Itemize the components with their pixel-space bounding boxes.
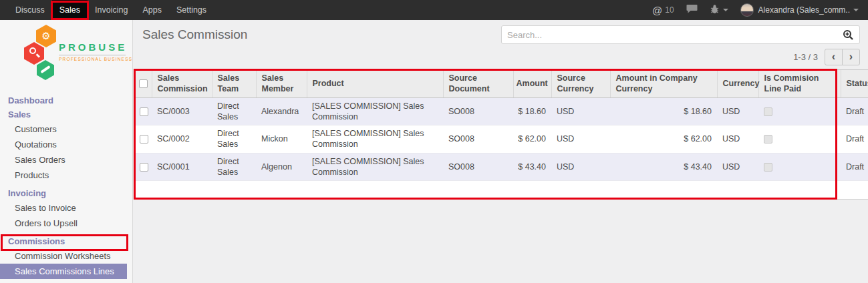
- sidebar-item-sales-commissions-lines[interactable]: Sales Commissions Lines: [0, 264, 127, 279]
- pager-previous-button[interactable]: ‹: [825, 49, 843, 65]
- sidebar-item-orders-to-upsell[interactable]: Orders to Upsell: [0, 216, 132, 231]
- cell-sales-member: Mickon: [256, 125, 307, 154]
- pager-range: 1-3 / 3: [793, 52, 818, 62]
- search-magnifier-icon[interactable]: [843, 29, 854, 41]
- paid-checkbox: [764, 135, 772, 144]
- commission-lines-table: Sales Commission Sales Team Sales Member…: [136, 69, 868, 200]
- cell-source-document: SO008: [443, 97, 513, 125]
- table-row[interactable]: SC/0001 Direct Sales Algenon [SALES COMM…: [136, 153, 868, 181]
- tool-hexagon-icon: [37, 60, 54, 80]
- cell-sales-team: Direct Sales: [212, 97, 256, 125]
- page-title: Sales Commission: [142, 27, 247, 42]
- chat-bubble-icon: [686, 4, 698, 16]
- table-row[interactable]: SC/0002 Direct Sales Mickon [SALES COMMI…: [136, 125, 868, 154]
- sidebar-heading-invoicing: Invoicing: [0, 186, 132, 200]
- sidebar-item-products[interactable]: Products: [0, 168, 132, 183]
- column-amount-company-currency[interactable]: Amount in Company Currency: [610, 70, 717, 98]
- column-amount[interactable]: Amount: [513, 70, 551, 98]
- at-sign-icon: @: [652, 5, 662, 16]
- sidebar-heading-sales: Sales: [0, 107, 132, 121]
- column-source-currency[interactable]: Source Currency: [551, 70, 610, 98]
- user-menu[interactable]: Alexandra (Sales_comm..: [740, 3, 859, 17]
- cell-product: [SALES COMMISSION] Sales Commission: [307, 97, 443, 125]
- menu-apps[interactable]: Apps: [135, 0, 169, 20]
- search-box: [501, 25, 860, 44]
- cell-status: Draft: [841, 125, 868, 154]
- column-source-document[interactable]: Source Document: [443, 70, 513, 98]
- cell-product: [SALES COMMISSION] Sales Commission: [307, 125, 443, 154]
- row-checkbox[interactable]: [140, 135, 148, 144]
- app-menus: Discuss Sales Invoicing Apps Settings: [0, 0, 214, 20]
- select-all-checkbox[interactable]: [139, 79, 148, 88]
- cell-source-currency: USD: [551, 97, 610, 125]
- cell-sales-team: Direct Sales: [212, 125, 256, 154]
- topbar-right-cluster: @ 10 Alexandra (Sales_comm..: [640, 3, 868, 17]
- cell-currency: USD: [717, 153, 758, 181]
- column-currency[interactable]: Currency: [717, 70, 758, 98]
- empty-table-row: [136, 181, 868, 199]
- menu-invoicing[interactable]: Invoicing: [88, 0, 135, 20]
- row-checkbox[interactable]: [140, 163, 148, 172]
- column-is-commission-line-paid[interactable]: Is Commision Line Paid: [758, 70, 841, 98]
- column-status[interactable]: Status: [841, 70, 868, 98]
- sidebar-item-commission-worksheets[interactable]: Commission Worksheets: [0, 248, 132, 264]
- cell-amount-company-currency: $ 43.40: [610, 153, 717, 181]
- menu-settings[interactable]: Settings: [169, 0, 214, 20]
- sidebar-nav: Dashboard Sales Customers Quotations Sal…: [0, 81, 132, 283]
- menu-discuss[interactable]: Discuss: [8, 0, 52, 20]
- menu-sales[interactable]: Sales: [52, 0, 88, 20]
- magnifier-hexagon-icon: [24, 42, 44, 65]
- mentions-counter[interactable]: @ 10: [652, 5, 674, 16]
- sidebar-item-sales-orders[interactable]: Sales Orders: [0, 152, 132, 168]
- avatar: [740, 3, 754, 17]
- logo-subtitle: PROFESSIONAL BUSINESS: [59, 55, 126, 61]
- paid-checkbox: [764, 163, 772, 172]
- probuse-logo: ⚙ PROBUSE PROFESSIONAL BUSINESS: [0, 20, 132, 81]
- pager-next-button[interactable]: ›: [842, 49, 860, 65]
- bug-icon: [710, 4, 720, 17]
- caret-down-icon: [853, 9, 859, 11]
- mention-count: 10: [665, 5, 674, 15]
- cell-currency: USD: [717, 97, 758, 125]
- cell-sales-commission: SC/0003: [152, 97, 212, 125]
- cell-status: Draft: [841, 153, 868, 181]
- sidebar: ⚙ PROBUSE PROFESSIONAL BUSINESS Dashboar…: [0, 20, 133, 283]
- messages-button[interactable]: [686, 4, 698, 16]
- cell-amount: $ 62.00: [513, 125, 551, 154]
- column-sales-commission[interactable]: Sales Commission: [152, 70, 212, 98]
- sidebar-heading-dashboard: Dashboard: [0, 93, 132, 107]
- table-row[interactable]: SC/0003 Direct Sales Alexandra [SALES CO…: [136, 97, 868, 125]
- column-sales-team[interactable]: Sales Team: [212, 70, 256, 98]
- cell-amount: $ 43.40: [513, 153, 551, 181]
- row-checkbox[interactable]: [140, 107, 148, 116]
- cell-amount-company-currency: $ 62.00: [610, 125, 717, 154]
- cell-amount-company-currency: $ 18.60: [610, 97, 717, 125]
- menu-sales-label: Sales: [59, 5, 80, 15]
- debug-menu-button[interactable]: [710, 4, 728, 17]
- main-content: Sales Commission 1-3 / 3 ‹ ›: [134, 20, 868, 283]
- cell-source-currency: USD: [551, 125, 610, 154]
- table-header-row: Sales Commission Sales Team Sales Member…: [136, 70, 868, 98]
- cell-currency: USD: [717, 125, 758, 154]
- sidebar-item-sales-to-invoice[interactable]: Sales to Invoice: [0, 200, 132, 216]
- cell-sales-member: Alexandra: [256, 97, 307, 125]
- cell-sales-commission: SC/0002: [152, 125, 212, 154]
- cell-product: [SALES COMMISSION] Sales Commission: [307, 153, 443, 181]
- cell-status: Draft: [841, 97, 868, 125]
- gear-hexagon-icon: ⚙: [36, 25, 56, 47]
- paid-checkbox: [764, 107, 772, 116]
- column-sales-member[interactable]: Sales Member: [256, 70, 307, 98]
- search-input[interactable]: [502, 30, 843, 40]
- column-product[interactable]: Product: [307, 70, 443, 98]
- sidebar-item-quotations[interactable]: Quotations: [0, 137, 132, 152]
- cell-sales-member: Algenon: [256, 153, 307, 181]
- cell-amount: $ 18.60: [513, 97, 551, 125]
- sidebar-heading-commissions: Commissions: [0, 234, 132, 248]
- sidebar-item-customers[interactable]: Customers: [0, 121, 132, 137]
- cell-source-document: SO008: [443, 153, 513, 181]
- cell-sales-commission: SC/0001: [152, 153, 212, 181]
- cell-source-currency: USD: [551, 153, 610, 181]
- cell-source-document: SO008: [443, 125, 513, 154]
- pager: 1-3 / 3 ‹ ›: [793, 49, 860, 65]
- user-name-label: Alexandra (Sales_comm..: [758, 5, 850, 15]
